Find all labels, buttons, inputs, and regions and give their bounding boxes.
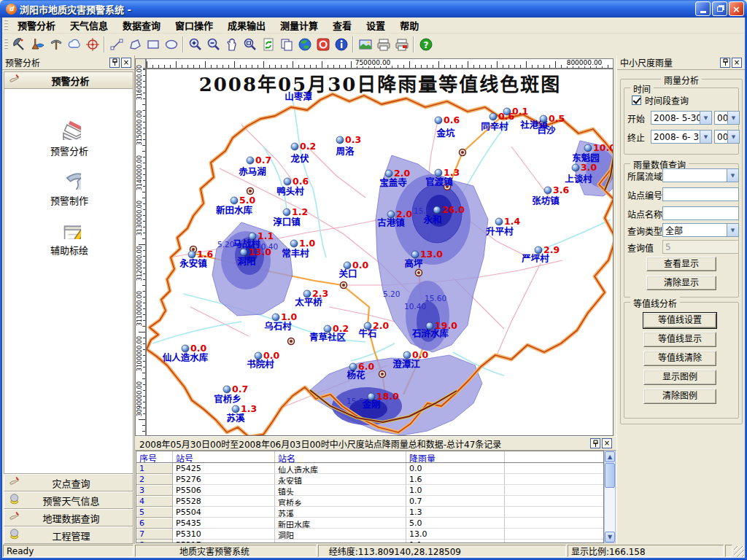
stop-icon[interactable] xyxy=(314,36,332,54)
station-marker[interactable]: 0.2青草社区 xyxy=(309,323,349,343)
contour-button-4[interactable]: 清除图例 xyxy=(643,389,716,404)
show-display-button[interactable]: 查看显示 xyxy=(646,257,716,271)
station-marker[interactable]: 0.7官桥乡 xyxy=(214,384,248,405)
station-marker[interactable]: 1.4升平村 xyxy=(486,216,520,237)
sidebar-item-2[interactable]: 地理数据查询 xyxy=(4,509,133,526)
copy-view-icon[interactable] xyxy=(277,36,295,54)
chevron-down-icon[interactable]: ▼ xyxy=(700,131,711,143)
query-type-field[interactable]: 全部▼ xyxy=(662,223,739,237)
end-hour-combo[interactable]: 00▼ xyxy=(714,130,740,144)
column-header-0[interactable]: 序号 xyxy=(136,451,173,462)
station-marker[interactable]: 0.6同辛村 xyxy=(481,111,514,132)
target-marker[interactable] xyxy=(341,282,347,289)
station-marker[interactable]: 0.6金坑 xyxy=(435,114,460,139)
scroll-up-icon[interactable]: ▲ xyxy=(605,451,615,462)
table-row[interactable]: 3P5506镇头1.0 xyxy=(136,485,603,496)
image-export-icon[interactable] xyxy=(356,36,374,54)
station-marker[interactable]: 0.3周洛 xyxy=(336,134,361,157)
end-date-combo[interactable]: 2008- 6- 3▼ xyxy=(651,130,712,144)
station-marker[interactable]: 0.0关口 xyxy=(338,260,368,279)
restore-button[interactable] xyxy=(712,1,727,16)
station-marker[interactable]: 0.7赤马湖 xyxy=(239,155,271,177)
station-name-field[interactable] xyxy=(662,206,739,220)
station-rainfall-table[interactable]: 序号站号站名降雨量1P5425仙人造水库0.02P5276永安镇1.63P550… xyxy=(136,451,604,543)
polygon-tool-icon[interactable] xyxy=(125,36,144,54)
pin-icon[interactable] xyxy=(590,438,600,448)
station-marker[interactable]: 0.5白沙 xyxy=(537,113,565,136)
target-marker[interactable] xyxy=(460,149,466,156)
station-marker[interactable]: 1.2淳口镇 xyxy=(273,206,308,228)
table-row[interactable]: 1P5425仙人造水库0.0 xyxy=(136,463,603,474)
resize-grip[interactable] xyxy=(734,546,744,557)
menu-item-5[interactable]: 测量计算 xyxy=(273,17,325,34)
pick-tool-icon[interactable] xyxy=(47,36,65,54)
menu-item-3[interactable]: 窗口操作 xyxy=(168,17,220,34)
table-row[interactable]: 6P5435新田水库5.0 xyxy=(136,518,603,529)
clear-display-button[interactable]: 清除显示 xyxy=(646,276,716,290)
menu-item-8[interactable]: 帮助 xyxy=(392,17,426,34)
column-header-2[interactable]: 站名 xyxy=(275,451,406,462)
table-row[interactable]: 7P5310洞阳13.0 xyxy=(136,529,603,540)
refresh-icon[interactable] xyxy=(259,36,277,54)
station-marker[interactable]: 0.6鸭头村 xyxy=(276,176,309,197)
station-marker[interactable]: 5.0新田水库 xyxy=(216,195,255,216)
print-preview-icon[interactable] xyxy=(392,36,411,54)
zoom-in-icon[interactable] xyxy=(186,36,204,54)
station-marker[interactable]: 2.0宝盖寺 xyxy=(379,168,410,188)
column-header-1[interactable]: 站号 xyxy=(173,451,275,462)
station-marker[interactable]: 0.0仙人造水库 xyxy=(163,343,209,363)
globe-icon[interactable] xyxy=(295,36,314,54)
menu-item-6[interactable]: 查看 xyxy=(325,17,359,34)
zoom-out-icon[interactable] xyxy=(204,36,222,54)
contour-button-1[interactable]: 等值线显示 xyxy=(643,332,716,347)
rectangle-tool-icon[interactable] xyxy=(144,36,162,54)
print-icon[interactable] xyxy=(374,36,392,54)
menu-item-0[interactable]: 预警分析 xyxy=(10,17,63,34)
station-id-field[interactable] xyxy=(662,187,739,201)
target-icon[interactable] xyxy=(83,36,101,54)
scroll-thumb[interactable] xyxy=(605,463,615,488)
target-marker[interactable] xyxy=(288,338,295,345)
minimize-button[interactable] xyxy=(695,1,711,16)
warning-radar-icon[interactable] xyxy=(10,36,28,54)
target-marker[interactable] xyxy=(416,270,422,276)
table-header[interactable]: 序号站号站名降雨量 xyxy=(136,451,603,463)
contour-button-3[interactable]: 显示图例 xyxy=(643,370,716,385)
chevron-down-icon[interactable]: ▼ xyxy=(727,169,738,182)
station-marker[interactable]: 2.0牛石 xyxy=(358,320,389,339)
map-canvas[interactable]: 5.2010.4015.605.2015.6010.4015.6山枣潭0.1社港… xyxy=(146,69,614,436)
menu-item-1[interactable]: 天气信息 xyxy=(63,17,115,34)
time-range-checkbox[interactable] xyxy=(632,96,641,105)
sidebar-item-1[interactable]: 预警天气信息 xyxy=(4,491,133,509)
close-icon[interactable]: × xyxy=(602,438,612,448)
tool-预警分析[interactable]: 预警分析 xyxy=(4,117,134,158)
pin-icon[interactable] xyxy=(720,58,730,68)
ellipse-tool-icon[interactable] xyxy=(162,36,180,54)
info-icon[interactable] xyxy=(332,36,350,54)
contour-button-2[interactable]: 等值线清除 xyxy=(643,351,716,366)
table-row[interactable]: 2P5276永安镇1.6 xyxy=(136,474,603,485)
scroll-down-icon[interactable]: ▼ xyxy=(605,532,615,542)
sidebar-item-0[interactable]: 灾点查询 xyxy=(4,474,133,491)
chevron-down-icon[interactable]: ▼ xyxy=(700,112,711,124)
close-icon[interactable]: × xyxy=(121,58,131,68)
column-header-3[interactable]: 降雨量 xyxy=(406,451,505,462)
station-marker[interactable]: 0.0书院村 xyxy=(247,350,279,370)
station-marker[interactable]: 1.0乌石村 xyxy=(264,311,297,332)
table-scrollbar[interactable]: ▲ ▼ xyxy=(604,451,616,543)
station-marker[interactable]: 1.0常丰村 xyxy=(282,238,315,259)
pin-icon[interactable] xyxy=(109,58,120,68)
close-icon[interactable]: × xyxy=(732,58,742,68)
menu-item-7[interactable]: 设置 xyxy=(359,17,392,34)
survey-tool-icon[interactable] xyxy=(28,36,47,54)
close-button[interactable]: × xyxy=(729,1,744,16)
basin-field[interactable]: ▼ xyxy=(662,168,739,182)
station-marker[interactable]: 2.3太平桥 xyxy=(295,288,328,308)
start-date-combo[interactable]: 2008- 5-30▼ xyxy=(651,111,712,125)
target-marker[interactable] xyxy=(247,188,254,195)
chevron-down-icon[interactable]: ▼ xyxy=(727,131,739,143)
station-marker[interactable]: 0.2龙伏 xyxy=(290,141,316,164)
zoom-window-icon[interactable] xyxy=(241,36,259,54)
left-panel-header[interactable]: 预警分析 xyxy=(4,71,133,89)
query-value-field[interactable]: 5 xyxy=(662,240,739,254)
